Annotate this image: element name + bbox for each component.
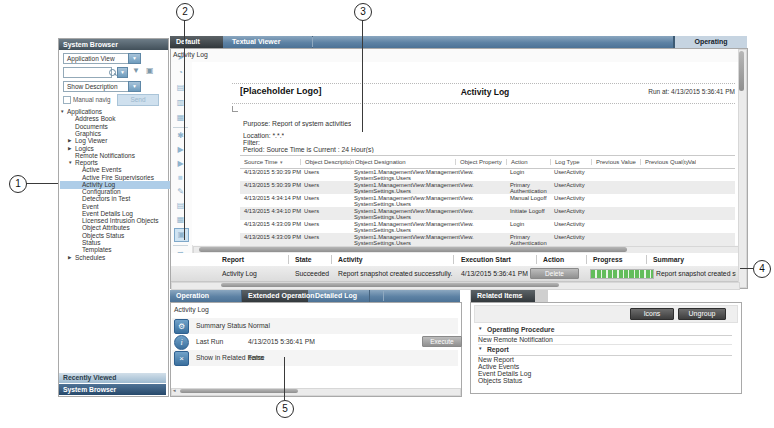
sort-arrow-icon[interactable]: ▾: [280, 159, 283, 165]
layout-2-icon[interactable]: ▥: [174, 97, 187, 109]
left-arrow-icon[interactable]: ◄: [172, 388, 176, 393]
report-divider: [232, 83, 735, 84]
tree-item-schedules[interactable]: ▶Schedules: [60, 254, 172, 262]
tree-item-object-attributes[interactable]: Object Attributes: [60, 224, 186, 232]
play-icon[interactable]: ▶: [174, 144, 187, 156]
tab-related-items[interactable]: Related Items: [471, 290, 535, 302]
system-browser-bottom-tab[interactable]: System Browser: [59, 384, 166, 395]
expand-down-icon[interactable]: ▼: [478, 326, 485, 331]
col-previous-quality[interactable]: Previous Quality: [640, 159, 689, 165]
callout-1-line: [26, 183, 58, 184]
tab-separator: [312, 37, 313, 47]
table-row: 4/13/2015 5:30:39 PMUsers System1.Manage…: [240, 181, 735, 194]
tab-textual-viewer[interactable]: Textual Viewer: [226, 36, 313, 48]
col-object-designation[interactable]: Object Designation: [350, 159, 406, 165]
related-item[interactable]: New Remote Notification: [478, 336, 732, 345]
summary-col-progress: Progress: [593, 256, 622, 263]
search-input[interactable]: [63, 67, 112, 78]
table-row: 4/13/2015 5:30:39 PMUsers System1.Manage…: [240, 168, 735, 181]
report-title: Activity Log: [430, 87, 540, 97]
operation-tab-bar: Operation Extended Operation Detailed Lo…: [170, 290, 460, 302]
toolbar-separator: [173, 245, 188, 246]
col-previous-value[interactable]: Previous Value: [591, 159, 636, 165]
tree-item-address-book[interactable]: Address Book: [60, 115, 172, 123]
related-item[interactable]: Objects Status: [478, 377, 732, 384]
callout-4: 4: [753, 260, 771, 278]
tab-default[interactable]: Default: [170, 36, 223, 48]
callout-3-line: [362, 19, 363, 132]
gear-icon: ⚙: [174, 319, 189, 334]
related-group-report[interactable]: ▼ Report: [478, 346, 732, 356]
pdf-export-icon[interactable]: ▤: [174, 200, 187, 212]
expand-down-icon[interactable]: ▼: [478, 346, 485, 351]
search-dropdown-icon[interactable]: ▼: [117, 67, 128, 78]
description-selector[interactable]: Show Description: [63, 81, 132, 92]
tab-extended-operation[interactable]: Extended Operation: [242, 290, 308, 302]
execute-button[interactable]: Execute: [422, 336, 462, 347]
stop-icon[interactable]: ■: [174, 172, 187, 184]
report-location: Location: *.*.*: [243, 132, 284, 139]
related-item[interactable]: New Report: [478, 356, 732, 363]
filter-icon[interactable]: ▼: [132, 66, 140, 75]
tree-item-templates[interactable]: Templates: [60, 246, 186, 254]
related-group-operating-procedure[interactable]: ▼ Operating Procedure: [478, 326, 732, 336]
vertical-scrollbar-thumb[interactable]: [739, 51, 744, 91]
manual-nav-checkbox[interactable]: [63, 96, 71, 104]
delete-button[interactable]: Delete: [530, 268, 579, 279]
operating-mode-badge[interactable]: Operating: [673, 36, 747, 48]
tree-item-active-events[interactable]: Active Events: [60, 166, 186, 174]
icons-button[interactable]: Icons: [630, 308, 674, 320]
history-icon[interactable]: ◔: [174, 67, 187, 79]
ungroup-button[interactable]: Ungroup: [678, 308, 726, 320]
play-badge-icon[interactable]: ▶: [174, 158, 187, 170]
tab-operation[interactable]: Operation: [170, 290, 242, 302]
operation-object-label: Activity Log: [174, 306, 209, 313]
report-purpose: Purpose: Report of system activities: [243, 120, 351, 127]
tab-separator: [383, 291, 384, 301]
layout-icon[interactable]: ▤: [174, 82, 187, 94]
col-value[interactable]: Val: [683, 159, 696, 165]
snapshot-icon[interactable]: ▣: [174, 228, 189, 242]
operation-hscrollbar-thumb[interactable]: [180, 389, 298, 393]
tab-detailed-log[interactable]: Detailed Log: [309, 290, 370, 302]
report-filter: Filter:: [243, 139, 260, 146]
col-action[interactable]: Action: [506, 159, 528, 165]
save-filter-icon[interactable]: ▣: [146, 66, 154, 75]
tree-item-log-viewer[interactable]: ▶Log Viewer: [60, 137, 172, 145]
report-run-at: Run at: 4/13/2015 5:36:41 PM: [615, 88, 735, 95]
recently-viewed-bar[interactable]: Recently Viewed: [59, 373, 166, 383]
excel-export-icon[interactable]: ▦: [174, 214, 187, 226]
table-row: 4/13/2015 4:34:10 PMUsers System1.Manage…: [240, 207, 735, 220]
settings-icon[interactable]: ✱: [174, 130, 187, 142]
col-source-time[interactable]: Source Time: [244, 159, 278, 165]
callout-4-line: [740, 268, 753, 269]
view-selector-arrow-icon[interactable]: ▼: [128, 53, 141, 64]
summary-col-state: State: [295, 256, 312, 263]
view-selector[interactable]: Application View: [63, 53, 132, 64]
col-object-property[interactable]: Object Property: [455, 159, 502, 165]
callout-2-line: [184, 19, 185, 240]
related-item[interactable]: Event Details Log: [478, 370, 732, 377]
col-object-description[interactable]: Object Description: [300, 159, 354, 165]
summary-col-report: Report: [222, 256, 244, 263]
description-selector-arrow-icon[interactable]: ▼: [128, 81, 141, 92]
summary-row[interactable]: Activity Log Succeeded Report snapshot c…: [171, 266, 738, 282]
expand-right-icon[interactable]: ▶: [68, 254, 75, 262]
related-item[interactable]: Active Events: [478, 363, 732, 370]
expand-right-icon[interactable]: ▶: [68, 137, 75, 145]
report-hscrollbar-thumb[interactable]: [199, 247, 627, 252]
layout-3-icon[interactable]: ▦: [174, 112, 187, 124]
summary-col-summary: Summary: [653, 256, 684, 263]
summary-hscrollbar-thumb[interactable]: [221, 283, 559, 287]
summary-text: Report snapshot created successfully.: [656, 270, 736, 277]
info-icon: i: [174, 335, 189, 350]
callout-2: 2: [176, 3, 194, 21]
summary-report: Activity Log: [222, 270, 257, 277]
report-divider: [232, 103, 735, 104]
tree-item-detectors-in-test[interactable]: Detectors in Test: [60, 195, 186, 203]
send-button[interactable]: Send: [117, 94, 159, 106]
summary-col-action: Action: [543, 256, 564, 263]
col-log-type[interactable]: Log Type: [550, 159, 580, 165]
edit-icon[interactable]: ✎: [174, 186, 187, 198]
report-table-header: Source Time ▾ Object Description Object …: [240, 155, 735, 169]
